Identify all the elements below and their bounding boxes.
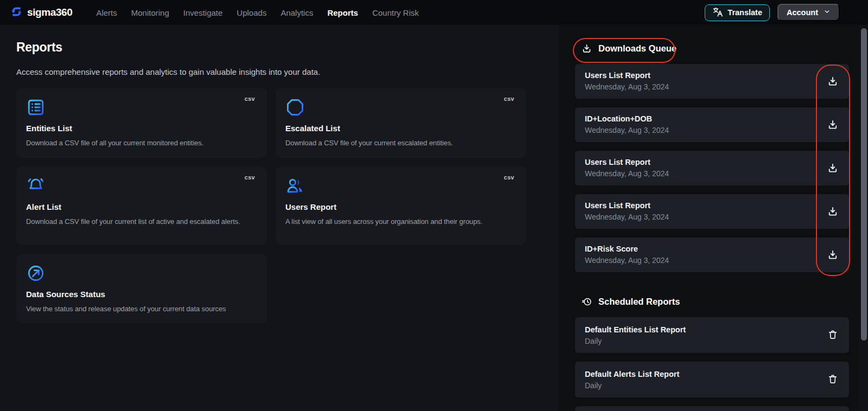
download-button[interactable] [827,249,838,260]
nav-item-reports[interactable]: Reports [327,8,358,17]
card-description: Download a CSV file of all your current … [26,138,256,149]
delete-schedule-button[interactable] [827,374,838,384]
card-description: Download a CSV file of your current esca… [285,138,515,149]
download-item: Users List Report Wednesday, Aug 3, 2024 [575,64,849,99]
download-item-title: Users List Report [585,201,814,210]
download-button[interactable] [827,163,838,174]
download-item: ID+Risk Score Wednesday, Aug 3, 2024 [575,237,849,272]
users-icon [285,176,515,196]
scheduled-reports-header: Scheduled Reports [582,297,680,307]
nav-menu: Alerts Monitoring Investigate Uploads An… [96,8,419,17]
card-users-report[interactable]: csv Users Report A list view of all user… [276,166,526,245]
page-subtitle: Access comprehensive reports and analyti… [16,67,320,76]
card-description: View the status and release updates of y… [26,304,256,315]
scheduled-report-item: Default Entities List Report Daily [575,317,849,353]
scheduled-report-title: Default Alerts List Report [585,369,814,379]
card-title: Alert List [26,202,256,211]
csv-badge: csv [504,95,514,102]
scrollbar-thumb[interactable] [861,28,867,341]
nav-item-investigate[interactable]: Investigate [183,8,223,17]
downloads-queue-header: Downloads Queue [582,43,676,54]
chevron-down-icon [824,8,831,17]
card-entities-list[interactable]: csv Entities List Download a CSV file of… [16,88,267,158]
reports-main-panel: Reports Access comprehensive reports and… [0,25,559,411]
card-title: Users Report [285,202,515,211]
scheduled-reports-list: Default Entities List Report Daily Defau… [575,317,849,411]
download-item-date: Wednesday, Aug 3, 2024 [585,169,814,178]
csv-badge: csv [245,174,255,181]
card-description: A list view of all users across your org… [285,216,515,228]
download-item-date: Wednesday, Aug 3, 2024 [585,213,814,222]
entities-list-icon [26,98,256,117]
csv-badge: csv [245,95,255,102]
scrollbar-track[interactable] [859,25,868,411]
card-escalated-list[interactable]: csv Escalated List Download a CSV file o… [276,88,526,158]
downloads-queue-title: Downloads Queue [598,43,676,54]
clock-history-icon [582,297,592,307]
card-alert-list[interactable]: csv Alert List Download a CSV file of yo… [16,166,267,245]
nav-actions: Translate Account [705,4,840,21]
brand-name: sigma360 [27,7,72,18]
nav-item-analytics[interactable]: Analytics [280,8,313,17]
delete-schedule-button[interactable] [827,329,838,340]
alert-octagon-icon [285,98,515,117]
translate-icon [712,7,723,18]
report-cards-grid: csv Entities List Download a CSV file of… [16,88,526,323]
nav-item-country-risk[interactable]: Country Risk [372,8,419,17]
nav-item-monitoring[interactable]: Monitoring [131,8,169,17]
csv-badge: csv [504,174,514,181]
sigma360-logo-icon [10,5,23,21]
download-icon [582,43,592,54]
download-button[interactable] [827,206,838,217]
account-label: Account [787,8,818,17]
card-title: Entities List [26,124,256,133]
download-button[interactable] [827,119,838,130]
top-nav: sigma360 Alerts Monitoring Investigate U… [0,0,868,25]
card-title: Escalated List [285,124,515,133]
scheduled-report-frequency: Daily [585,337,814,346]
scheduled-report-frequency: Daily [585,381,814,390]
card-title: Data Sources Status [26,290,256,299]
download-item-date: Wednesday, Aug 3, 2024 [585,82,814,92]
download-item-date: Wednesday, Aug 3, 2024 [585,256,814,265]
card-description: Download a CSV file of your current list… [26,216,256,228]
account-button[interactable]: Account [777,4,840,21]
download-item-title: Users List Report [585,70,814,80]
download-button[interactable] [827,76,838,87]
arrow-up-right-circle-icon [26,264,256,283]
translate-label: Translate [727,8,762,17]
page-title: Reports [16,40,62,55]
download-item-title: ID+Location+DOB [585,114,814,124]
download-item-title: ID+Risk Score [585,244,814,254]
download-item: Users List Report Wednesday, Aug 3, 2024 [575,151,849,185]
download-item-date: Wednesday, Aug 3, 2024 [585,126,814,135]
download-item: ID+Location+DOB Wednesday, Aug 3, 2024 [575,107,849,142]
scheduled-report-item: Default Alerts List Report Daily [575,362,849,397]
download-item: Users List Report Wednesday, Aug 3, 2024 [575,194,849,229]
bell-icon [26,176,256,196]
scheduled-report-item-partial [575,406,849,411]
brand-logo[interactable]: sigma360 [10,5,72,21]
translate-button[interactable]: Translate [705,4,770,21]
download-item-title: Users List Report [585,157,814,167]
card-data-sources-status[interactable]: Data Sources Status View the status and … [16,254,267,323]
nav-item-alerts[interactable]: Alerts [96,8,117,17]
downloads-queue-list: Users List Report Wednesday, Aug 3, 2024… [575,64,849,272]
nav-item-uploads[interactable]: Uploads [237,8,266,17]
scheduled-reports-title: Scheduled Reports [598,297,680,307]
downloads-sidebar: Downloads Queue Users List Report Wednes… [575,25,849,411]
scheduled-report-title: Default Entities List Report [585,325,814,335]
